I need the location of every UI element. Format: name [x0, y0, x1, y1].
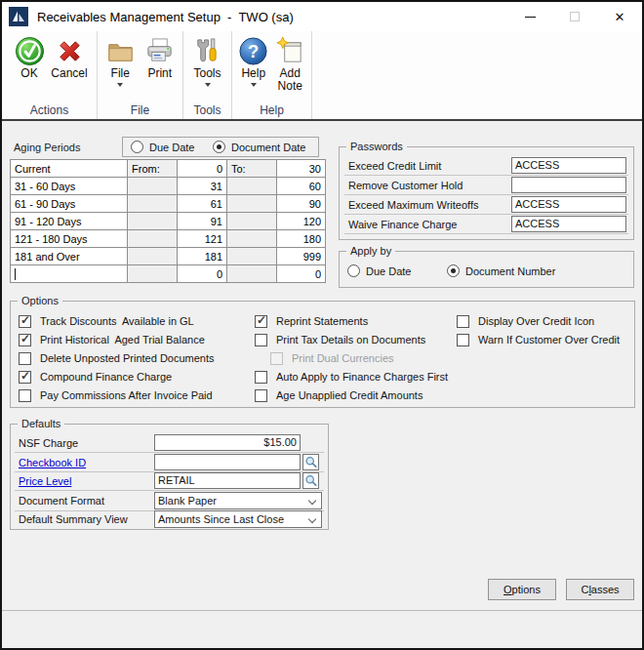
document-date-radio-option[interactable]: Document Date [213, 141, 305, 153]
status-bar-divider [2, 610, 642, 611]
minimize-button[interactable] [507, 2, 552, 31]
ribbon-group-tools: Tools Tools [183, 31, 232, 119]
track-discounts-option[interactable]: ✓ Track Discounts Available in GL [19, 314, 194, 328]
radio-icon[interactable] [213, 141, 225, 153]
period-from-field[interactable]: 31 [178, 178, 227, 195]
period-name-field[interactable]: Current [11, 160, 128, 178]
apply-by-due-date-option[interactable]: Due Date [347, 264, 411, 277]
help-question-icon: ? [238, 36, 268, 66]
price-level-input[interactable]: RETAIL [154, 472, 301, 489]
tools-icon [192, 36, 222, 66]
passwords-title: Passwords [346, 141, 407, 152]
exceed-maximum-writeoffs-input[interactable]: ACCESS [511, 196, 626, 213]
display-over-credit-icon-option[interactable]: ✓ Display Over Credit Icon [457, 314, 594, 328]
aging-periods-table: Current From: 0 To: 30 31 - 60 Days 31 6… [10, 159, 326, 283]
radio-icon[interactable] [347, 264, 360, 277]
period-from-field[interactable]: 61 [178, 195, 227, 213]
receivables-management-setup-window: Receivables Management Setup - TWO (sa) … [0, 0, 644, 650]
period-to-field[interactable]: 60 [277, 178, 326, 195]
aging-row-new: 0 0 [11, 265, 326, 283]
period-from-field[interactable]: 0 [178, 265, 227, 283]
period-to-field[interactable]: 999 [277, 248, 326, 265]
waive-finance-charge-input[interactable]: ACCESS [511, 216, 626, 232]
options-groupbox: Options ✓ Track Discounts Available in G… [10, 301, 635, 408]
period-name-field[interactable]: 61 - 90 Days [11, 195, 128, 213]
folder-icon [105, 36, 136, 66]
radio-icon[interactable] [447, 264, 460, 277]
compound-finance-charge-option[interactable]: ✓ Compound Finance Charge [19, 370, 172, 384]
period-to-field[interactable]: 180 [277, 230, 326, 248]
period-name-field[interactable]: 91 - 120 Days [11, 213, 128, 230]
checkbox-icon[interactable]: ✓ [255, 389, 267, 402]
exceed-credit-limit-input[interactable]: ACCESS [511, 157, 626, 174]
checkbox-icon[interactable]: ✓ [457, 315, 469, 328]
print-historical-option[interactable]: ✓ Print Historical Aged Trial Balance [19, 333, 205, 346]
checkbook-id-link[interactable]: Checkbook ID [19, 457, 86, 468]
checkbox-icon[interactable]: ✓ [19, 371, 31, 384]
checkbox-icon[interactable]: ✓ [255, 315, 267, 328]
auto-apply-finance-charges-option[interactable]: ✓ Auto Apply to Finance Charges First [255, 370, 448, 384]
apply-by-groupbox: Apply by Due Date Document Number [339, 251, 634, 288]
options-button[interactable]: Options [488, 579, 556, 600]
checkbook-id-input[interactable] [154, 454, 301, 470]
apply-by-document-number-option[interactable]: Document Number [447, 264, 555, 277]
cancel-button[interactable]: Cancel [50, 36, 90, 102]
aging-row-91-120: 91 - 120 Days 91 120 [11, 213, 326, 230]
chevron-down-icon [117, 83, 123, 87]
period-from-field[interactable]: 91 [178, 213, 227, 230]
due-date-radio-option[interactable]: Due Date [131, 141, 194, 153]
checkbox-icon[interactable]: ✓ [457, 334, 469, 346]
add-note-button[interactable]: Add Note [272, 36, 309, 102]
price-level-link[interactable]: Price Level [19, 475, 71, 487]
file-menu-button[interactable]: File [101, 36, 141, 102]
help-menu-button[interactable]: ? Help [235, 36, 272, 102]
price-level-lookup-button[interactable] [302, 472, 319, 489]
chevron-down-icon [308, 515, 316, 523]
period-to-field[interactable]: 120 [277, 213, 326, 230]
search-icon [304, 456, 318, 469]
age-unapplied-credit-option[interactable]: ✓ Age Unapplied Credit Amounts [255, 388, 423, 402]
radio-icon[interactable] [131, 141, 143, 153]
checkbox-icon[interactable]: ✓ [255, 371, 267, 384]
period-to-field[interactable]: 30 [277, 160, 326, 178]
period-name-field[interactable]: 181 and Over [11, 248, 128, 265]
ok-button[interactable]: OK [10, 36, 50, 102]
tools-menu-button[interactable]: Tools [187, 36, 227, 102]
checkbox-icon[interactable]: ✓ [19, 389, 31, 402]
print-button[interactable]: Print [141, 36, 181, 102]
aging-row-121-180: 121 - 180 Days 121 180 [11, 230, 326, 248]
period-from-field[interactable]: 121 [178, 230, 227, 248]
ribbon-group-label-help: Help [232, 103, 311, 117]
nsf-charge-input[interactable]: $15.00 [154, 434, 301, 451]
period-to-field[interactable]: 90 [277, 195, 326, 213]
pay-commissions-option[interactable]: ✓ Pay Commissions After Invoice Paid [19, 388, 213, 402]
maximize-button [552, 2, 597, 31]
warn-if-customer-over-credit-option[interactable]: ✓ Warn If Customer Over Credit [457, 333, 620, 346]
document-format-dropdown[interactable]: Blank Paper [154, 492, 322, 509]
svg-text:?: ? [248, 41, 259, 61]
password-row: Remove Customer Hold [344, 177, 628, 195]
period-name-field[interactable]: 31 - 60 Days [11, 178, 128, 195]
period-to-field[interactable]: 0 [277, 265, 326, 283]
checkbook-id-lookup-button[interactable] [302, 454, 319, 470]
checkbox-icon[interactable]: ✓ [19, 334, 31, 346]
options-title: Options [18, 295, 62, 306]
classes-button[interactable]: Classes [566, 579, 634, 600]
default-summary-view-dropdown[interactable]: Amounts Since Last Close [154, 510, 322, 528]
delete-unposted-option[interactable]: ✓ Delete Unposted Printed Documents [19, 351, 215, 365]
print-tax-details-option[interactable]: ✓ Print Tax Details on Documents [255, 333, 425, 346]
period-from-field[interactable]: 181 [178, 248, 227, 265]
chevron-down-icon [251, 83, 257, 87]
aging-row-current: Current From: 0 To: 30 [11, 160, 326, 178]
period-from-field[interactable]: 0 [178, 160, 227, 178]
period-name-field[interactable]: 121 - 180 Days [11, 230, 128, 248]
remove-customer-hold-input[interactable] [511, 177, 626, 193]
checkbox-icon[interactable]: ✓ [255, 334, 267, 346]
title-bar: Receivables Management Setup - TWO (sa) … [2, 2, 642, 31]
checkbox-icon[interactable]: ✓ [19, 315, 31, 328]
period-name-field-focused[interactable] [11, 265, 128, 283]
reprint-statements-option[interactable]: ✓ Reprint Statements [255, 314, 368, 328]
close-button[interactable]: ✕ [597, 2, 642, 31]
checkbox-icon[interactable]: ✓ [19, 352, 31, 365]
checkbox-icon: ✓ [270, 352, 283, 365]
